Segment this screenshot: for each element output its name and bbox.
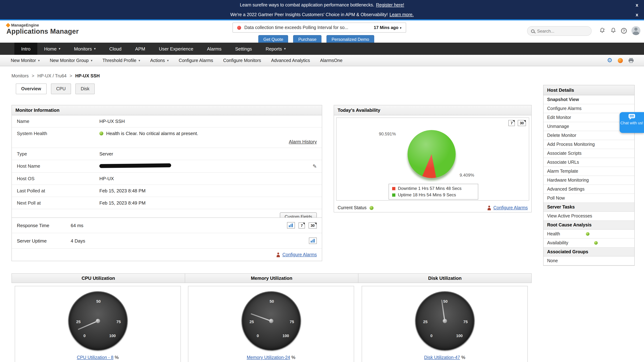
tab-cpu[interactable]: CPU bbox=[51, 83, 71, 94]
chat-label: Chat with us! bbox=[620, 121, 643, 125]
tab-disk[interactable]: Disk bbox=[75, 83, 95, 94]
alarm-ball-icon[interactable] bbox=[618, 58, 623, 63]
availability-pie[interactable] bbox=[408, 130, 456, 178]
sidebar-item-delete-monitor[interactable]: Delete Monitor bbox=[544, 131, 634, 140]
memory-utilization-link[interactable]: Memory Utilization-24 bbox=[247, 355, 290, 360]
configure-alarms-link[interactable]: Configure Alarms bbox=[282, 252, 317, 257]
pie-legend: Downtime 1 Hrs 57 Mins 48 Secs Uptime 18… bbox=[388, 184, 478, 199]
alarm-history-link[interactable]: Alarm History bbox=[289, 139, 317, 144]
legend-swatch bbox=[392, 193, 395, 196]
legend-downtime: Downtime 1 Hrs 57 Mins 48 Secs bbox=[392, 186, 475, 191]
gear-icon[interactable] bbox=[607, 57, 612, 64]
sidebar-section-root-cause-analysis: Root Cause Analysis bbox=[544, 221, 634, 230]
printer-icon[interactable] bbox=[628, 58, 634, 63]
nav-user-experience[interactable]: User Experience bbox=[152, 43, 200, 55]
breadcrumb-monitors[interactable]: Monitors bbox=[12, 73, 29, 78]
personalized-demo-button[interactable]: Personalized Demo bbox=[326, 35, 374, 44]
promo-link-2[interactable]: Learn more. bbox=[390, 12, 414, 17]
company-name: ManageEngine bbox=[11, 23, 39, 27]
sub-nav: New Monitor New Monitor Group Threshold … bbox=[0, 55, 644, 66]
person-icon bbox=[487, 205, 491, 210]
subnav-configure-alarms[interactable]: Configure Alarms bbox=[179, 58, 213, 63]
thirty-day-button[interactable]: 30 bbox=[308, 222, 317, 228]
nav-apm[interactable]: APM bbox=[128, 43, 152, 55]
promo-link-1[interactable]: Register here! bbox=[376, 2, 404, 7]
alert-time-dropdown[interactable]: 17 Mins ago bbox=[374, 25, 402, 30]
notification-bar[interactable]: Data collection time exceeds Polling Int… bbox=[232, 22, 406, 33]
nav-settings[interactable]: Settings bbox=[228, 43, 259, 55]
sidebar-item-associate-urls[interactable]: Associate URLs bbox=[544, 158, 634, 167]
breadcrumb-current: HP-UX SSH bbox=[75, 73, 100, 78]
seven-day-button[interactable]: 7 bbox=[299, 222, 305, 228]
chat-widget[interactable]: Chat with us! bbox=[620, 112, 644, 133]
page: Learn surefire ways to combat applicatio… bbox=[0, 0, 644, 362]
promo-text-1: Learn surefire ways to combat applicatio… bbox=[240, 2, 374, 7]
main-nav: Intro Home Monitors Cloud APM User Exper… bbox=[0, 43, 644, 55]
get-quote-button[interactable]: Get Quote bbox=[258, 35, 288, 44]
disk-utilization-link[interactable]: Disk Utilization-47 bbox=[424, 355, 460, 360]
configure-alarms-link[interactable]: Configure Alarms bbox=[493, 205, 528, 210]
sidebar-item-advanced-settings[interactable]: Advanced Settings bbox=[544, 185, 634, 194]
availability-status-icon bbox=[594, 241, 598, 245]
sidebar-item-view-active-processes[interactable]: View Active Processes bbox=[544, 212, 634, 221]
breadcrumb: Monitors > HP-UX / Tru64 > HP-UX SSH bbox=[12, 73, 100, 78]
gauge-hub bbox=[442, 319, 447, 323]
subnav-new-monitor-group[interactable]: New Monitor Group bbox=[50, 58, 92, 63]
downtime-percent-label: 9.409% bbox=[460, 173, 474, 178]
cpu-gauge: 50 25 75 0 100 bbox=[68, 291, 128, 351]
disk-utilization-title: Disk Utilization bbox=[358, 274, 531, 283]
subnav-configure-monitors[interactable]: Configure Monitors bbox=[223, 58, 261, 63]
purchase-button[interactable]: Purchase bbox=[293, 35, 322, 44]
breadcrumb-hpux-tru64[interactable]: HP-UX / Tru64 bbox=[37, 73, 66, 78]
gauge-needle bbox=[78, 321, 98, 330]
manageengine-logo-icon bbox=[6, 23, 10, 27]
subnav-new-monitor[interactable]: New Monitor bbox=[11, 58, 40, 63]
search-icon bbox=[531, 29, 534, 33]
edit-pencil-icon[interactable]: ✎ bbox=[313, 163, 317, 169]
row-type: Type Server bbox=[12, 148, 322, 160]
nav-reports[interactable]: Reports bbox=[259, 43, 292, 55]
search-input[interactable] bbox=[537, 28, 584, 33]
subnav-actions[interactable]: Actions bbox=[150, 58, 168, 63]
product-name: Applications Manager bbox=[6, 27, 79, 35]
sidebar-item-hardware-monitoring[interactable]: Hardware Monitoring bbox=[544, 176, 634, 185]
announcement-bell-icon[interactable] bbox=[600, 27, 606, 34]
nav-home[interactable]: Home bbox=[37, 43, 67, 55]
help-icon[interactable] bbox=[621, 28, 627, 33]
sidebar-item-alarm-template[interactable]: Alarm Template bbox=[544, 167, 634, 176]
notifications-bell-icon[interactable] bbox=[610, 27, 616, 34]
subnav-alarmsone[interactable]: AlarmsOne bbox=[320, 58, 342, 63]
sidebar-item-add-process-monitoring[interactable]: Add Process Monitoring bbox=[544, 140, 634, 149]
subnav-advanced-analytics[interactable]: Advanced Analytics bbox=[271, 58, 310, 63]
redacted-host-name bbox=[100, 163, 171, 168]
close-icon[interactable]: x bbox=[636, 12, 638, 17]
thirty-day-button[interactable]: 30 bbox=[518, 120, 526, 126]
row-host-name: Host Name ✎ bbox=[12, 160, 322, 173]
sidebar-item-availability[interactable]: Availability bbox=[544, 239, 634, 248]
sidebar-item-snapshot-view[interactable]: Snapshot View bbox=[544, 95, 634, 104]
metrics-panel: Response Time 64 ms 7 30 Server Uptime 4… bbox=[12, 217, 322, 261]
graph-icon[interactable] bbox=[287, 222, 295, 228]
seven-day-button[interactable]: 7 bbox=[508, 120, 515, 126]
panel-title: Monitor Information bbox=[12, 105, 322, 115]
row-response-time: Response Time 64 ms 7 30 bbox=[12, 218, 322, 233]
sidebar-item-health[interactable]: Health bbox=[544, 230, 634, 239]
nav-intro[interactable]: Intro bbox=[14, 43, 37, 55]
sidebar-item-associate-scripts[interactable]: Associate Scripts bbox=[544, 149, 634, 158]
close-icon[interactable]: x bbox=[636, 2, 638, 7]
cpu-gauge-box: 50 25 75 0 100 CPU Utilization - 8 % bbox=[15, 286, 181, 362]
server-uptime-value: 4 Days bbox=[71, 238, 85, 243]
brand-logo[interactable]: ManageEngine Applications Manager bbox=[6, 23, 79, 35]
nav-alarms[interactable]: Alarms bbox=[200, 43, 228, 55]
cpu-utilization-link[interactable]: CPU Utilization - 8 bbox=[77, 355, 113, 360]
subnav-threshold-profile[interactable]: Threshold Profile bbox=[102, 58, 140, 63]
search-box[interactable] bbox=[527, 26, 592, 36]
graph-icon[interactable] bbox=[309, 237, 317, 244]
nav-cloud[interactable]: Cloud bbox=[102, 43, 128, 55]
tab-overview[interactable]: Overview bbox=[16, 83, 46, 94]
person-icon bbox=[276, 252, 280, 257]
sidebar-item-configure-alarms[interactable]: Configure Alarms bbox=[544, 104, 634, 113]
sidebar-item-poll-now[interactable]: Poll Now bbox=[544, 194, 634, 203]
user-avatar[interactable] bbox=[632, 26, 640, 35]
nav-monitors[interactable]: Monitors bbox=[67, 43, 102, 55]
